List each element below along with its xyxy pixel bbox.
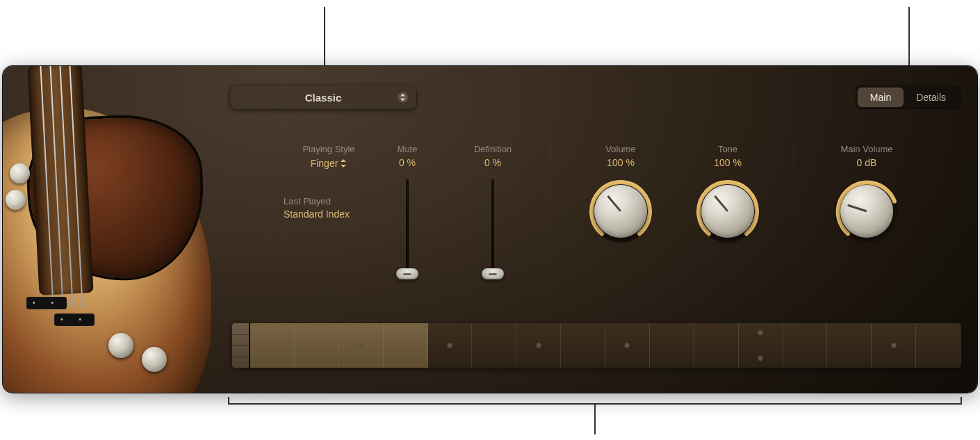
- callout-line-fretboard-v: [594, 403, 596, 434]
- divider: [794, 141, 794, 293]
- preset-select[interactable]: Classic: [229, 85, 417, 110]
- last-played-value: Standard Index: [284, 208, 374, 221]
- mute-label: Mute: [398, 144, 418, 154]
- fret[interactable]: [694, 323, 739, 368]
- fret[interactable]: [605, 323, 650, 368]
- volume-knob[interactable]: [594, 185, 647, 238]
- playing-style-block: Playing Style Finger Last Played Standar…: [284, 144, 374, 221]
- fret[interactable]: [295, 323, 339, 368]
- fret[interactable]: [250, 323, 295, 368]
- divider: [550, 141, 551, 293]
- fret[interactable]: [472, 323, 516, 368]
- playing-style-value: Finger: [311, 158, 338, 169]
- fret[interactable]: [384, 323, 428, 368]
- chevron-updown-icon: [341, 159, 347, 168]
- mute-slider[interactable]: [406, 179, 409, 274]
- playing-style-select[interactable]: Finger: [311, 158, 348, 169]
- callout-tick: [961, 397, 962, 404]
- mute-slider-block: Mute 0 %: [379, 144, 435, 274]
- fret[interactable]: [561, 323, 605, 368]
- main-volume-knob[interactable]: [840, 185, 893, 238]
- playing-style-label: Playing Style: [284, 144, 374, 154]
- tab-main[interactable]: Main: [858, 88, 904, 107]
- plugin-window: Classic Main Details Playing Style Finge…: [3, 66, 977, 393]
- volume-value: 100 %: [607, 157, 635, 168]
- fret[interactable]: [783, 323, 828, 368]
- fret-marker-dot: [536, 343, 541, 348]
- fret[interactable]: [827, 323, 872, 368]
- mute-value: 0 %: [399, 157, 416, 168]
- fret[interactable]: [428, 323, 473, 368]
- definition-slider-block: Definition 0 %: [465, 144, 521, 274]
- volume-knob-block: Volume 100 %: [575, 144, 666, 243]
- chevron-updown-icon: [398, 92, 408, 103]
- definition-label: Definition: [474, 144, 512, 154]
- bass-guitar-image: [3, 66, 211, 393]
- fret[interactable]: [650, 323, 694, 368]
- tone-value: 100 %: [714, 157, 742, 168]
- fret[interactable]: [339, 323, 384, 368]
- view-tabs: Main Details: [856, 85, 961, 109]
- fret[interactable]: [739, 323, 783, 368]
- fret[interactable]: [872, 323, 916, 368]
- tone-label: Tone: [718, 144, 737, 154]
- tab-details[interactable]: Details: [904, 88, 958, 107]
- fret[interactable]: [516, 323, 561, 368]
- volume-label: Volume: [605, 144, 635, 154]
- preset-label: Classic: [305, 92, 342, 104]
- fret-marker-dot: [891, 343, 896, 348]
- callout-line-tabs: [908, 7, 910, 71]
- main-volume-value: 0 dB: [857, 157, 877, 168]
- slider-thumb[interactable]: [396, 268, 418, 279]
- fret[interactable]: [916, 323, 961, 368]
- main-volume-knob-block: Main Volume 0 dB: [822, 144, 912, 243]
- callout-tick: [228, 397, 229, 404]
- main-volume-label: Main Volume: [840, 144, 892, 154]
- tone-knob-block: Tone 100 %: [683, 144, 773, 243]
- slider-thumb[interactable]: [482, 268, 504, 279]
- fret-marker-dot: [758, 356, 763, 361]
- fret-marker-dot: [758, 330, 763, 335]
- last-played-label: Last Played: [284, 196, 374, 206]
- tone-knob[interactable]: [701, 185, 754, 238]
- fretboard[interactable]: [232, 323, 961, 368]
- fret-marker-dot: [359, 343, 364, 348]
- fret-marker-dot: [447, 343, 452, 348]
- definition-value: 0 %: [484, 157, 501, 168]
- fret-marker-dot: [625, 343, 630, 348]
- definition-slider[interactable]: [491, 179, 494, 274]
